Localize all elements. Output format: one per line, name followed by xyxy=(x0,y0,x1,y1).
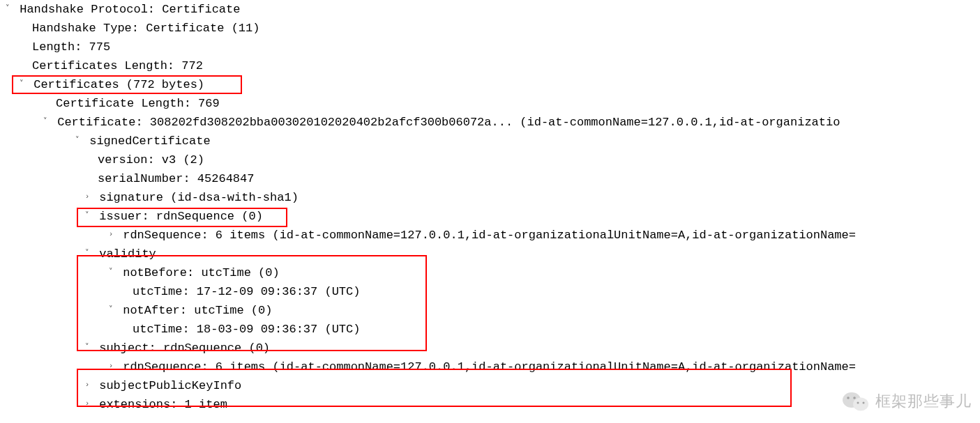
toggle-open-icon[interactable]: ˅ xyxy=(40,112,50,131)
label-length: Length: 775 xyxy=(32,40,110,54)
label-cert-len: Certificate Length: 769 xyxy=(56,97,220,110)
toggle-open-icon[interactable]: ˅ xyxy=(82,338,92,357)
label-spki: subjectPublicKeyInfo xyxy=(99,379,241,392)
row-not-after-value[interactable]: utcTime: 18-03-09 09:36:37 (UTC) xyxy=(0,320,980,339)
row-not-before[interactable]: ˅ notBefore: utcTime (0) xyxy=(0,263,980,282)
row-handshake-type[interactable]: Handshake Type: Certificate (11) xyxy=(0,19,980,38)
row-version[interactable]: version: v3 (2) xyxy=(0,151,980,169)
row-cert-len[interactable]: Certificate Length: 769 xyxy=(0,94,980,113)
row-length[interactable]: Length: 775 xyxy=(0,38,980,56)
svg-point-2 xyxy=(847,397,850,399)
row-issuer-rdn[interactable]: › rdnSequence: 6 items (id-at-commonName… xyxy=(0,226,980,245)
wechat-icon xyxy=(842,390,870,413)
label-version: version: v3 (2) xyxy=(98,153,204,167)
label-not-before: notBefore: utcTime (0) xyxy=(123,266,279,279)
label-subject-rdn: rdnSequence: 6 items (id-at-commonName=1… xyxy=(123,360,856,374)
label-certificate: Certificate: 308202fd308202bba0030201020… xyxy=(57,116,840,129)
row-not-before-value[interactable]: utcTime: 17-12-09 09:36:37 (UTC) xyxy=(0,282,980,301)
toggle-closed-icon[interactable]: › xyxy=(82,187,92,206)
label-certificates: Certificates (772 bytes) xyxy=(33,78,204,91)
label-validity: validity xyxy=(99,247,156,261)
toggle-open-icon[interactable]: ˅ xyxy=(17,75,27,93)
row-validity[interactable]: ˅ validity xyxy=(0,245,980,263)
row-not-after[interactable]: ˅ notAfter: utcTime (0) xyxy=(0,301,980,320)
row-subject-rdn[interactable]: › rdnSequence: 6 items (id-at-commonName… xyxy=(0,357,980,376)
toggle-closed-icon[interactable]: › xyxy=(82,376,92,394)
label-extensions: extensions: 1 item xyxy=(99,398,227,411)
label-not-after-value: utcTime: 18-03-09 09:36:37 (UTC) xyxy=(133,323,360,336)
row-certificate[interactable]: ˅ Certificate: 308202fd308202bba00302010… xyxy=(0,113,980,132)
toggle-closed-icon[interactable]: › xyxy=(106,225,116,244)
label-serial: serialNumber: 45264847 xyxy=(98,172,254,185)
label-certs-length: Certificates Length: 772 xyxy=(32,59,203,72)
row-extensions[interactable]: › extensions: 1 item xyxy=(0,395,980,414)
row-signature[interactable]: › signature (id-dsa-with-sha1) xyxy=(0,188,980,207)
svg-point-5 xyxy=(863,402,865,404)
label-handshake-type: Handshake Type: Certificate (11) xyxy=(32,22,259,35)
toggle-open-icon[interactable]: ˅ xyxy=(73,131,82,150)
row-handshake-protocol[interactable]: ˅ Handshake Protocol: Certificate xyxy=(0,0,980,19)
row-certificates[interactable]: ˅ Certificates (772 bytes) xyxy=(0,75,980,94)
toggle-open-icon[interactable]: ˅ xyxy=(106,300,116,319)
label-not-after: notAfter: utcTime (0) xyxy=(123,304,272,317)
toggle-open-icon[interactable]: ˅ xyxy=(82,244,92,263)
row-serial[interactable]: serialNumber: 45264847 xyxy=(0,169,980,188)
label-signature: signature (id-dsa-with-sha1) xyxy=(99,191,299,204)
svg-point-3 xyxy=(853,397,856,399)
watermark-text: 框架那些事儿 xyxy=(875,391,972,412)
packet-details-tree: ˅ Handshake Protocol: Certificate Handsh… xyxy=(0,0,980,414)
svg-point-1 xyxy=(853,398,868,411)
row-signed-cert[interactable]: ˅ signedCertificate xyxy=(0,132,980,151)
row-subject[interactable]: ˅ subject: rdnSequence (0) xyxy=(0,339,980,357)
label-signed-cert: signedCertificate xyxy=(89,134,210,148)
svg-point-4 xyxy=(857,402,859,404)
toggle-closed-icon[interactable]: › xyxy=(106,357,116,376)
label-handshake-protocol: Handshake Protocol: Certificate xyxy=(20,3,240,16)
toggle-closed-icon[interactable]: › xyxy=(82,394,92,413)
row-spki[interactable]: › subjectPublicKeyInfo xyxy=(0,376,980,395)
row-certs-length[interactable]: Certificates Length: 772 xyxy=(0,56,980,75)
toggle-open-icon[interactable]: ˅ xyxy=(106,263,116,282)
toggle-open-icon[interactable]: ˅ xyxy=(3,0,13,18)
label-issuer: issuer: rdnSequence (0) xyxy=(99,210,263,223)
label-subject: subject: rdnSequence (0) xyxy=(99,341,270,355)
toggle-open-icon[interactable]: ˅ xyxy=(82,206,92,225)
watermark: 框架那些事儿 xyxy=(842,390,972,413)
row-issuer[interactable]: ˅ issuer: rdnSequence (0) xyxy=(0,207,980,226)
label-not-before-value: utcTime: 17-12-09 09:36:37 (UTC) xyxy=(133,285,360,298)
label-issuer-rdn: rdnSequence: 6 items (id-at-commonName=1… xyxy=(123,229,856,242)
